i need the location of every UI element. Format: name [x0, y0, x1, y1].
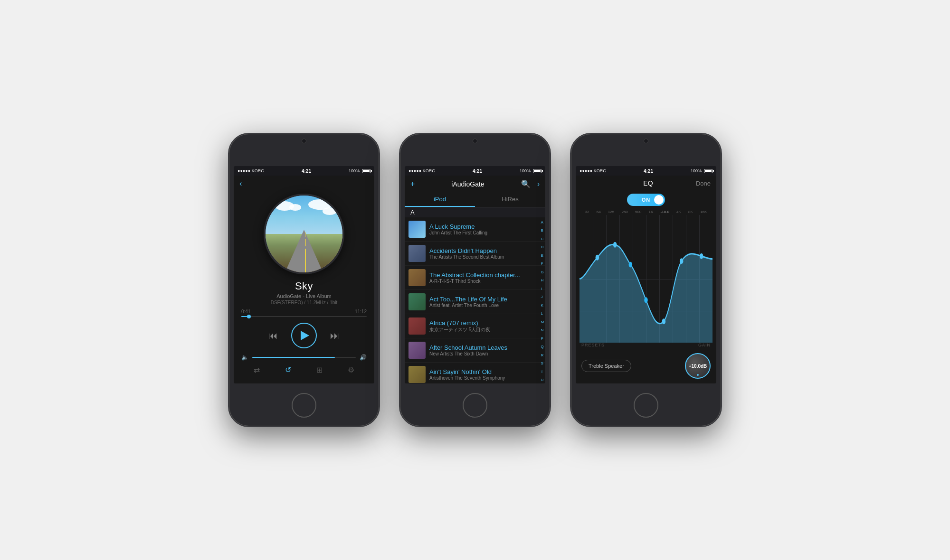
- road-line-2: [305, 239, 306, 246]
- alpha-l[interactable]: L: [541, 312, 544, 316]
- tab-hires[interactable]: HiRes: [475, 192, 545, 207]
- eq-toggle-container: ON: [576, 191, 716, 209]
- alpha-a[interactable]: A: [541, 221, 544, 224]
- list-item[interactable]: A Luck Supreme John Artist The First Cal…: [405, 217, 545, 242]
- alpha-index: A B C D E F G H I J K L M N P Q R: [541, 217, 544, 383]
- track-sub: New Artists The Sixth Dawn: [429, 351, 540, 356]
- eq-title: EQ: [643, 179, 653, 187]
- track-info: Africa (707 remix) 東京アーティスツ 5人目の夜: [429, 319, 540, 333]
- track-thumb: [408, 366, 426, 383]
- player-screen: ●●●●● KORG 4:21 100% ‹: [234, 166, 374, 383]
- volume-down-button-3[interactable]: [570, 233, 571, 252]
- shuffle-button[interactable]: ⇄: [254, 365, 260, 374]
- alpha-h[interactable]: H: [541, 279, 544, 282]
- cloud-2: [289, 204, 301, 211]
- freq-db: -10.0: [661, 210, 669, 214]
- back-button[interactable]: ‹: [239, 179, 242, 188]
- freq-32: 32: [585, 210, 589, 214]
- alpha-j[interactable]: J: [541, 295, 544, 299]
- volume-up-left-button-2[interactable]: [399, 257, 400, 276]
- rewind-button[interactable]: ⏮: [268, 330, 278, 341]
- home-button-2[interactable]: [463, 393, 487, 418]
- mute-button[interactable]: [228, 210, 229, 229]
- list-item[interactable]: Ain't Sayin' Nothin' Old Artisthoven The…: [405, 363, 545, 383]
- alpha-b[interactable]: B: [541, 229, 544, 233]
- list-item[interactable]: Act Too...The Life Of My Life Artist fea…: [405, 290, 545, 314]
- eq-point-5: [662, 318, 665, 324]
- alpha-i[interactable]: I: [541, 287, 544, 291]
- gain-indicator: [697, 374, 699, 376]
- alpha-q[interactable]: Q: [541, 345, 544, 349]
- preset-button[interactable]: Treble Speaker: [581, 360, 631, 372]
- library-content: + iAudioGate 🔍 › iPod HiRes A: [405, 176, 545, 383]
- alpha-s[interactable]: S: [541, 362, 544, 365]
- volume-up-left-button-3[interactable]: [570, 257, 571, 276]
- alpha-e[interactable]: E: [541, 254, 544, 258]
- alpha-r[interactable]: R: [541, 354, 544, 357]
- volume-down-button[interactable]: [228, 233, 229, 252]
- alpha-t[interactable]: T: [541, 370, 544, 374]
- track-title: Ain't Sayin' Nothin' Old: [429, 368, 540, 375]
- eq-curve: [580, 215, 712, 343]
- track-info: A Luck Supreme John Artist The First Cal…: [429, 223, 540, 235]
- power-button-3[interactable]: [721, 200, 722, 229]
- done-button[interactable]: Done: [696, 180, 711, 187]
- track-sub: John Artist The First Calling: [429, 230, 540, 235]
- home-button-3[interactable]: [634, 393, 658, 418]
- settings-button[interactable]: ⚙: [348, 365, 354, 374]
- freq-8k: 8K: [688, 210, 693, 214]
- repeat-button[interactable]: ↺: [285, 365, 291, 374]
- alpha-g[interactable]: G: [541, 271, 544, 274]
- progress-bar[interactable]: [241, 316, 367, 317]
- track-title: Accidents Didn't Happen: [429, 247, 540, 254]
- track-info: The Abstract Collection chapter... A-R-T…: [429, 271, 540, 284]
- track-sub: Artisthoven The Seventh Symphony: [429, 375, 540, 381]
- search-button[interactable]: 🔍: [521, 179, 531, 188]
- home-button-1[interactable]: [292, 393, 316, 418]
- add-button[interactable]: +: [410, 180, 415, 188]
- power-button[interactable]: [379, 200, 380, 229]
- eq-chart[interactable]: [580, 215, 712, 343]
- list-item[interactable]: After School Autumn Leaves New Artists T…: [405, 338, 545, 363]
- track-info: Ain't Sayin' Nothin' Old Artisthoven The…: [429, 368, 540, 381]
- alpha-n[interactable]: N: [541, 328, 544, 332]
- alpha-c[interactable]: C: [541, 237, 544, 241]
- tab-ipod[interactable]: iPod: [405, 192, 475, 207]
- battery-status-3: 100%: [691, 168, 712, 173]
- mute-button-3[interactable]: [570, 210, 571, 229]
- track-sub: 東京アーティスツ 5人目の夜: [429, 327, 540, 333]
- fastforward-button[interactable]: ⏭: [330, 330, 340, 341]
- eq-on-toggle[interactable]: ON: [627, 194, 665, 206]
- volume-bar[interactable]: [252, 357, 356, 358]
- alpha-f[interactable]: F: [541, 262, 544, 266]
- eq-point-4: [644, 297, 647, 303]
- grid-button[interactable]: ⊞: [316, 365, 323, 374]
- list-item[interactable]: Accidents Didn't Happen The Artists The …: [405, 242, 545, 266]
- play-button[interactable]: [291, 323, 317, 348]
- cloud-4: [323, 207, 337, 215]
- playback-controls: ⏮ ⏭: [234, 319, 374, 352]
- power-button-2[interactable]: [550, 200, 551, 229]
- forward-button[interactable]: ›: [537, 180, 540, 188]
- volume-down-button-2[interactable]: [399, 233, 400, 252]
- song-list: A Luck Supreme John Artist The First Cal…: [405, 217, 545, 383]
- gain-knob[interactable]: +10.0dB: [685, 353, 711, 379]
- song-format: DSF(STEREO) / 11.2MHz / 1bit: [241, 300, 367, 305]
- volume-up-button[interactable]: [379, 238, 380, 267]
- list-item[interactable]: Africa (707 remix) 東京アーティスツ 5人目の夜: [405, 314, 545, 338]
- volume-up-left-button[interactable]: [228, 257, 229, 276]
- list-item[interactable]: The Abstract Collection chapter... A-R-T…: [405, 266, 545, 290]
- alpha-d[interactable]: D: [541, 245, 544, 249]
- song-title: Sky: [241, 280, 367, 292]
- road: [285, 230, 323, 272]
- gain-knob-container: +10.0dB: [685, 353, 711, 379]
- eq-point-2: [613, 242, 617, 248]
- alpha-m[interactable]: M: [541, 320, 544, 324]
- track-thumb: [408, 342, 426, 359]
- track-title: The Abstract Collection chapter...: [429, 271, 540, 279]
- alpha-u[interactable]: U: [541, 378, 544, 382]
- alpha-p[interactable]: P: [541, 337, 544, 341]
- mute-button-2[interactable]: [399, 210, 400, 229]
- alpha-k[interactable]: K: [541, 304, 544, 308]
- track-thumb: [408, 245, 426, 262]
